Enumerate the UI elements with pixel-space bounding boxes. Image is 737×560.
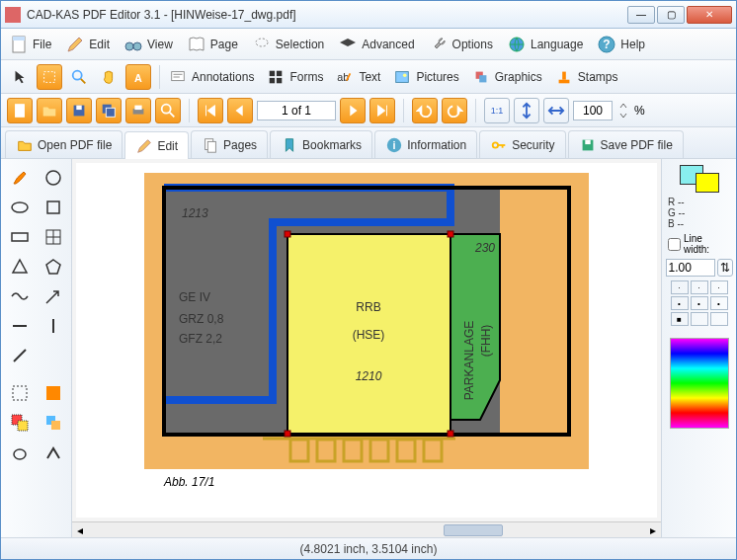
brush-tool[interactable]	[5, 165, 35, 191]
pentagon-tool[interactable]	[39, 254, 68, 280]
dash-style-6[interactable]: •	[710, 296, 728, 310]
menu-advanced[interactable]: Advanced	[338, 35, 414, 54]
ellipse-tool[interactable]	[5, 195, 35, 220]
square-tool[interactable]	[39, 195, 68, 220]
new-button[interactable]	[7, 98, 33, 123]
stamps-group[interactable]: Stamps	[554, 67, 618, 87]
color-picker[interactable]	[670, 338, 729, 429]
svg-point-3	[133, 42, 141, 50]
fill-rect-tool[interactable]	[39, 380, 68, 406]
tab-pages[interactable]: Pages	[191, 130, 268, 158]
last-page-button[interactable]	[369, 98, 395, 123]
svg-point-33	[162, 104, 171, 113]
zoom-input[interactable]	[573, 101, 613, 120]
tabbar: Open PDF file Edit Pages Bookmarks iInfo…	[1, 127, 736, 159]
text-group[interactable]: abText	[335, 67, 380, 87]
label-1210: 1210	[356, 369, 382, 383]
maximize-button[interactable]: ▢	[657, 6, 685, 24]
line-tool[interactable]	[5, 343, 35, 368]
dash-style-1[interactable]: ·	[671, 280, 689, 294]
polyline-tool[interactable]	[39, 440, 68, 465]
dash-style-9[interactable]	[710, 312, 728, 326]
linewidth-stepper[interactable]: ⇅	[717, 259, 733, 277]
menu-selection[interactable]: Selection	[252, 35, 324, 54]
arrow-tool[interactable]	[39, 283, 68, 309]
label-fhh: (FHH)	[479, 325, 493, 358]
minimize-button[interactable]: —	[627, 6, 655, 24]
tab-security[interactable]: Security	[479, 130, 565, 158]
pictures-group[interactable]: Pictures	[392, 67, 458, 87]
select-colors-tool[interactable]	[5, 410, 35, 436]
svg-point-9	[73, 70, 82, 79]
pointer-tool[interactable]	[7, 64, 33, 90]
graphics-group[interactable]: Graphics	[471, 67, 542, 87]
menu-page[interactable]: Page	[187, 35, 238, 54]
window-title: CAD-KAS PDF Editor 3.1 - [HINWeise-17_dw…	[27, 8, 627, 22]
vline-tool[interactable]	[39, 313, 68, 339]
open-icon	[16, 136, 34, 154]
triangle-tool[interactable]	[5, 254, 35, 280]
svg-rect-75	[448, 431, 453, 437]
zoom-spinner[interactable]	[616, 98, 630, 123]
linewidth-input[interactable]	[666, 259, 715, 277]
dash-style-4[interactable]: •	[671, 296, 689, 310]
close-button[interactable]: ✕	[687, 6, 732, 24]
hand-tool[interactable]	[96, 64, 122, 90]
dash-style-8[interactable]	[691, 312, 708, 326]
redo-button[interactable]	[442, 98, 467, 123]
canvas-viewport[interactable]: 1213 GE IV GRZ 0,8 GFZ 2,2 RRB (HSE) 121…	[76, 163, 657, 518]
dash-style-3[interactable]: ·	[710, 280, 728, 294]
prev-page-button[interactable]	[227, 98, 253, 123]
wave-tool[interactable]	[5, 283, 35, 309]
svg-rect-47	[12, 233, 28, 241]
tab-bookmarks[interactable]: Bookmarks	[270, 130, 372, 158]
forms-icon	[266, 67, 286, 87]
tab-information[interactable]: iInformation	[374, 130, 477, 158]
menu-edit[interactable]: Edit	[65, 35, 110, 54]
print-button[interactable]	[125, 98, 151, 123]
toolbar-nav: 1:1 %	[1, 94, 736, 127]
toolbar-tools: A Annotations Forms abText Pictures Grap…	[1, 60, 736, 94]
forms-group[interactable]: Forms	[266, 67, 323, 87]
open-button[interactable]	[37, 98, 62, 123]
select-area-tool[interactable]	[37, 64, 62, 90]
menu-view[interactable]: View	[123, 35, 173, 54]
marquee-tool[interactable]	[5, 380, 35, 406]
text-tool[interactable]: A	[125, 64, 151, 90]
svg-rect-54	[13, 386, 27, 400]
fit-width-button[interactable]	[543, 98, 569, 123]
dash-style-2[interactable]: ·	[691, 280, 708, 294]
menu-file[interactable]: File	[9, 35, 51, 54]
circle-tool[interactable]	[39, 165, 68, 191]
linewidth-checkbox[interactable]	[668, 238, 681, 251]
svg-rect-46	[47, 201, 59, 213]
dash-style-7[interactable]: ■	[671, 312, 689, 326]
actual-size-button[interactable]: 1:1	[484, 98, 510, 123]
label-hse: (HSE)	[353, 328, 385, 342]
saveas-button[interactable]	[96, 98, 122, 123]
rect-tool[interactable]	[5, 224, 35, 250]
color-swatches[interactable]	[680, 165, 719, 193]
next-page-button[interactable]	[340, 98, 366, 123]
tab-open[interactable]: Open PDF file	[5, 130, 123, 158]
tab-edit[interactable]: Edit	[124, 131, 189, 159]
dash-style-5[interactable]: •	[691, 296, 708, 310]
hline-tool[interactable]	[5, 313, 35, 339]
page-input[interactable]	[257, 101, 336, 120]
tab-save[interactable]: Save PDF file	[568, 130, 684, 158]
horizontal-scrollbar[interactable]: ◂ ▸	[72, 521, 661, 537]
menu-help[interactable]: ?Help	[597, 35, 645, 54]
save-button[interactable]	[66, 98, 92, 123]
fit-height-button[interactable]	[514, 98, 539, 123]
first-page-button[interactable]	[198, 98, 223, 123]
swap-colors-tool[interactable]	[39, 410, 68, 436]
svg-rect-74	[285, 431, 290, 437]
eyedropper-tool[interactable]	[5, 440, 35, 465]
undo-button[interactable]	[412, 98, 438, 123]
menu-options[interactable]: Options	[429, 35, 493, 54]
zoom-tool[interactable]	[66, 64, 92, 90]
menu-language[interactable]: Language	[507, 35, 583, 54]
annotations-group[interactable]: Annotations	[168, 67, 254, 87]
search-button[interactable]	[155, 98, 181, 123]
grid-tool[interactable]	[39, 224, 68, 250]
